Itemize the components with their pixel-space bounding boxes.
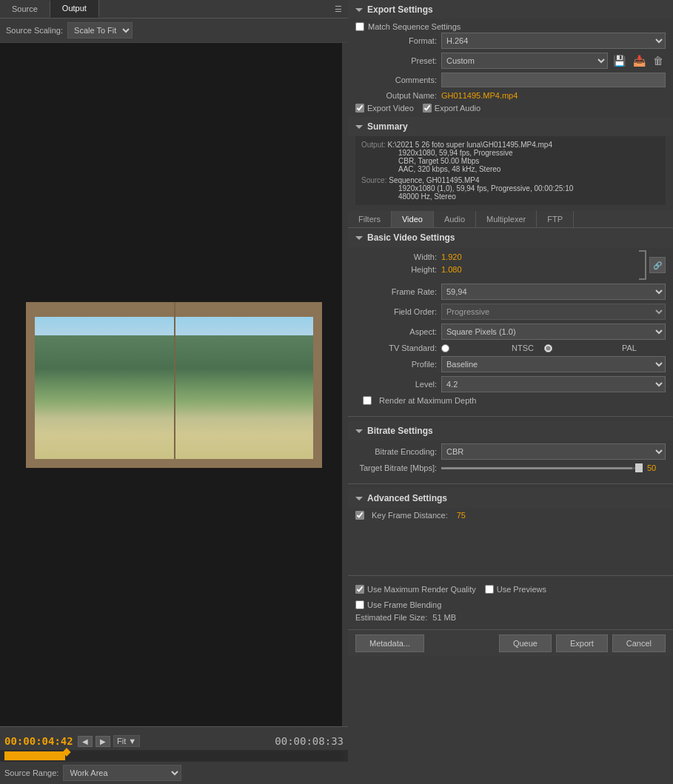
use-previews-label: Use Previews bbox=[497, 585, 546, 594]
bitrate-slider-thumb[interactable] bbox=[635, 463, 643, 472]
render-max-depth-label: Render at Maximum Depth bbox=[379, 396, 476, 405]
comments-input[interactable] bbox=[441, 73, 666, 87]
export-settings-header[interactable]: Export Settings bbox=[348, 0, 673, 19]
collapse-triangle-export bbox=[355, 8, 363, 12]
bitrate-encoding-label: Bitrate Encoding: bbox=[355, 447, 437, 456]
match-sequence-checkbox[interactable] bbox=[355, 22, 364, 31]
tab-ftp[interactable]: FTP bbox=[537, 211, 574, 227]
preset-row: Preset: Custom 💾 📥 🗑 bbox=[348, 53, 673, 69]
tab-filters[interactable]: Filters bbox=[348, 211, 392, 227]
match-sequence-label: Match Sequence Settings bbox=[368, 22, 461, 31]
level-select[interactable]: 4.2 bbox=[441, 376, 666, 392]
export-button[interactable]: Export bbox=[556, 634, 608, 652]
bitrate-settings-area: Bitrate Encoding: CBR Target Bitrate [Mb… bbox=[348, 440, 673, 479]
progress-bar[interactable] bbox=[4, 751, 344, 760]
right-scroll[interactable]: Export Settings Match Sequence Settings … bbox=[348, 0, 673, 784]
progress-fill bbox=[4, 751, 65, 760]
format-dropdown-row: H.264 bbox=[441, 33, 666, 49]
keyframe-value[interactable]: 75 bbox=[457, 511, 466, 520]
cancel-button[interactable]: Cancel bbox=[612, 634, 666, 652]
tab-menu-icon[interactable]: ☰ bbox=[329, 1, 348, 17]
save-preset-btn[interactable]: 💾 bbox=[611, 55, 628, 67]
keyframe-label: Key Frame Distance: bbox=[372, 511, 448, 520]
output-name-row: Output Name: GH011495.MP4.mp4 bbox=[348, 91, 673, 100]
tab-source[interactable]: Source bbox=[0, 1, 50, 17]
fit-dropdown[interactable]: Fit ▼ bbox=[113, 735, 140, 747]
max-render-quality-checkbox[interactable] bbox=[355, 585, 364, 594]
output-name-value[interactable]: GH011495.MP4.mp4 bbox=[441, 91, 518, 100]
basic-video-title: Basic Video Settings bbox=[367, 232, 455, 243]
use-previews-checkbox[interactable] bbox=[485, 585, 494, 594]
ntsc-radio[interactable] bbox=[441, 344, 449, 352]
export-options-row: Export Video Export Audio bbox=[348, 104, 673, 113]
summary-source-line3: 48000 Hz, Stereo bbox=[361, 192, 660, 201]
export-video-checkbox-row: Export Video bbox=[355, 104, 414, 113]
frame-rate-select[interactable]: 59,94 bbox=[441, 284, 666, 300]
summary-source-line2: 1920x1080 (1,0), 59,94 fps, Progressive,… bbox=[361, 184, 660, 192]
bitrate-encoding-select[interactable]: CBR bbox=[441, 443, 666, 460]
preset-dropdown-row: Custom 💾 📥 🗑 bbox=[441, 53, 666, 69]
format-select[interactable]: H.264 bbox=[441, 33, 666, 49]
bitrate-header[interactable]: Bitrate Settings bbox=[348, 421, 673, 440]
bitrate-title: Bitrate Settings bbox=[367, 426, 433, 436]
tab-output[interactable]: Output bbox=[50, 0, 99, 18]
frame-blending-checkbox[interactable] bbox=[355, 600, 364, 609]
tab-multiplexer[interactable]: Multiplexer bbox=[476, 211, 537, 227]
frame-rate-row: Frame Rate: 59,94 bbox=[355, 284, 666, 300]
render-max-depth-row: Render at Maximum Depth bbox=[355, 396, 666, 405]
current-timecode: 00:00:04:42 bbox=[4, 735, 75, 747]
preset-select[interactable]: Custom bbox=[441, 53, 608, 69]
delete-preset-btn[interactable]: 🗑 bbox=[651, 55, 666, 67]
source-range-bar: Source Range: Work Area bbox=[0, 762, 348, 784]
keyframe-checkbox[interactable] bbox=[355, 511, 364, 520]
export-audio-checkbox[interactable] bbox=[423, 104, 432, 113]
profile-select[interactable]: Baseline bbox=[441, 356, 666, 372]
frame-rate-label: Frame Rate: bbox=[355, 287, 437, 296]
bitrate-slider-track[interactable] bbox=[441, 467, 643, 469]
bitrate-slider-fill bbox=[441, 467, 632, 469]
summary-title: Summary bbox=[367, 121, 408, 132]
height-label: Height: bbox=[355, 265, 437, 274]
level-row: Level: 4.2 bbox=[355, 376, 666, 392]
frame-blending-label: Use Frame Blending bbox=[367, 600, 441, 609]
link-dimensions-btn[interactable]: 🔗 bbox=[649, 257, 666, 273]
export-video-checkbox[interactable] bbox=[355, 104, 364, 113]
frame-blending-item: Use Frame Blending bbox=[355, 600, 441, 609]
collapse-triangle-video bbox=[355, 236, 363, 240]
format-label: Format: bbox=[355, 36, 437, 45]
right-panel: Export Settings Match Sequence Settings … bbox=[348, 0, 673, 784]
width-value[interactable]: 1.920 bbox=[441, 252, 462, 261]
pal-radio[interactable] bbox=[544, 344, 552, 352]
scrollbar-right[interactable] bbox=[342, 43, 348, 726]
pal-label: PAL bbox=[555, 344, 637, 352]
export-audio-label: Export Audio bbox=[435, 104, 481, 113]
basic-video-header[interactable]: Basic Video Settings bbox=[348, 228, 673, 247]
scrollbar-horizontal[interactable] bbox=[0, 726, 348, 732]
field-order-select[interactable]: Progressive bbox=[441, 304, 666, 320]
queue-button[interactable]: Queue bbox=[499, 634, 552, 652]
metadata-button[interactable]: Metadata... bbox=[355, 634, 424, 652]
target-bitrate-label: Target Bitrate [Mbps]: bbox=[355, 463, 437, 472]
advanced-header[interactable]: Advanced Settings bbox=[348, 489, 673, 508]
prev-frame-btn[interactable]: ◀ bbox=[78, 736, 93, 747]
aspect-select[interactable]: Square Pixels (1.0) bbox=[441, 324, 666, 340]
tab-audio[interactable]: Audio bbox=[434, 211, 476, 227]
summary-header[interactable]: Summary bbox=[348, 117, 673, 136]
format-row: Format: H.264 bbox=[348, 33, 673, 49]
bitrate-slider-value: 50 bbox=[647, 463, 666, 472]
use-previews-item: Use Previews bbox=[485, 585, 546, 594]
video-settings-area: Width: 1.920 Height: 1.080 🔗 Frame Rate:… bbox=[348, 247, 673, 412]
source-range-dropdown[interactable]: Work Area bbox=[63, 765, 181, 781]
estimated-file-size-row: Estimated File Size: 51 MB bbox=[355, 613, 666, 622]
level-label: Level: bbox=[355, 380, 437, 389]
import-preset-btn[interactable]: 📥 bbox=[631, 55, 648, 67]
next-frame-btn[interactable]: ▶ bbox=[96, 736, 110, 747]
source-scaling-dropdown[interactable]: Scale To Fit bbox=[67, 22, 133, 38]
comments-row: Comments: bbox=[348, 73, 673, 87]
summary-output-line4: AAC, 320 kbps, 48 kHz, Stereo bbox=[361, 165, 660, 173]
divider-1 bbox=[348, 416, 673, 417]
aspect-row: Aspect: Square Pixels (1.0) bbox=[355, 324, 666, 340]
height-value[interactable]: 1.080 bbox=[441, 265, 462, 274]
tab-video[interactable]: Video bbox=[392, 211, 434, 227]
render-max-depth-checkbox[interactable] bbox=[363, 396, 372, 405]
